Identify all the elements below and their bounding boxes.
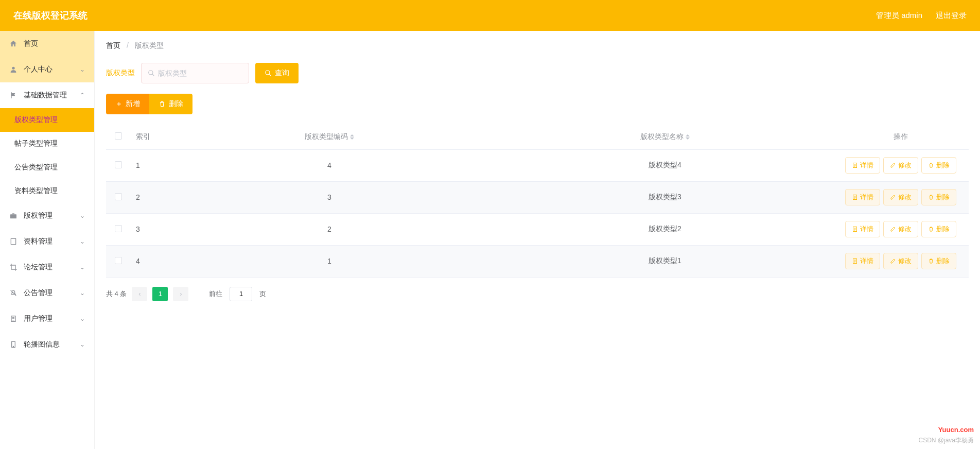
search-icon — [265, 70, 272, 77]
sidebar: 首页 个人中心 ⌄ 基础数据管理 ⌃ 版权类型管理 帖子类型管理 公告类型管理 … — [0, 31, 95, 449]
row-delete-button[interactable]: 删除 — [921, 189, 956, 205]
detail-button[interactable]: 详情 — [845, 221, 880, 237]
sidebar-sub-material-type[interactable]: 资料类型管理 — [0, 179, 94, 203]
table-row: 23版权类型3详情修改删除 — [106, 181, 969, 213]
sidebar-item-home[interactable]: 首页 — [0, 31, 94, 57]
home-icon — [9, 40, 19, 48]
svg-rect-2 — [11, 238, 15, 245]
table-header-row: 索引 版权类型编码 版权类型名称 操作 — [106, 125, 969, 149]
next-page-button[interactable]: › — [173, 287, 188, 301]
sidebar-item-user[interactable]: 用户管理 ⌄ — [0, 306, 94, 332]
user-link[interactable]: 管理员 admin — [876, 11, 922, 21]
sidebar-item-label: 个人中心 — [24, 65, 80, 74]
pagination-total: 共 4 条 — [106, 289, 127, 299]
delete-button[interactable]: 删除 — [149, 94, 192, 114]
clipboard-icon — [9, 315, 19, 323]
sidebar-item-label: 资料管理 — [24, 237, 80, 246]
sidebar-item-label: 用户管理 — [24, 314, 80, 323]
breadcrumb-home[interactable]: 首页 — [106, 41, 120, 49]
search-icon — [148, 70, 155, 77]
detail-button[interactable]: 详情 — [845, 189, 880, 205]
edit-icon — [890, 258, 896, 264]
sort-icon — [350, 134, 354, 140]
sidebar-item-personal[interactable]: 个人中心 ⌄ — [0, 57, 94, 82]
page-number-button[interactable]: 1 — [152, 287, 168, 301]
row-checkbox[interactable] — [115, 193, 122, 200]
sidebar-item-carousel[interactable]: 轮播图信息 ⌄ — [0, 332, 94, 357]
logout-link[interactable]: 退出登录 — [936, 11, 967, 21]
row-checkbox[interactable] — [115, 257, 122, 264]
sidebar-item-material[interactable]: 资料管理 ⌄ — [0, 229, 94, 254]
filter-input-wrapper[interactable] — [141, 63, 249, 83]
mobile-icon — [9, 340, 19, 349]
goto-label-prefix: 前往 — [209, 289, 222, 299]
sidebar-sub-copyright-type[interactable]: 版权类型管理 — [0, 108, 94, 132]
trash-icon — [928, 226, 934, 232]
sidebar-sub-post-type[interactable]: 帖子类型管理 — [0, 132, 94, 156]
row-delete-button[interactable]: 删除 — [921, 221, 956, 237]
edit-icon — [890, 194, 896, 200]
header-ops: 操作 — [833, 125, 969, 149]
chevron-down-icon: ⌄ — [80, 315, 85, 322]
cell-name: 版权类型2 — [497, 213, 833, 245]
cell-index: 1 — [131, 149, 162, 181]
svg-rect-1 — [10, 214, 16, 218]
header-name[interactable]: 版权类型名称 — [497, 125, 833, 149]
svg-point-5 — [13, 346, 13, 347]
button-label: 查询 — [275, 68, 289, 78]
sidebar-item-copyright[interactable]: 版权管理 ⌄ — [0, 203, 94, 229]
cell-code: 3 — [162, 181, 497, 213]
goto-page-input[interactable] — [230, 287, 252, 301]
sidebar-item-label: 资料类型管理 — [14, 186, 58, 196]
cell-index: 4 — [131, 245, 162, 277]
main-content: 首页 / 版权类型 版权类型 查询 ＋ 新增 删除 — [95, 31, 980, 449]
sidebar-item-label: 公告管理 — [24, 288, 80, 298]
svg-point-6 — [149, 71, 153, 75]
chevron-down-icon: ⌄ — [80, 264, 85, 271]
sidebar-item-label: 首页 — [24, 39, 85, 48]
cell-index: 2 — [131, 181, 162, 213]
cell-index: 3 — [131, 213, 162, 245]
edit-button[interactable]: 修改 — [883, 189, 918, 205]
data-table: 索引 版权类型编码 版权类型名称 操作 14版权类型4详情修改删除23版权类型3… — [106, 125, 969, 278]
table-row: 32版权类型2详情修改删除 — [106, 213, 969, 245]
table-row: 41版权类型1详情修改删除 — [106, 245, 969, 277]
edit-button[interactable]: 修改 — [883, 253, 918, 269]
trash-icon — [928, 194, 934, 200]
trash-icon — [928, 162, 934, 168]
row-delete-button[interactable]: 删除 — [921, 253, 956, 269]
document-icon — [852, 162, 858, 168]
button-label: 新增 — [126, 99, 140, 109]
cell-code: 2 — [162, 213, 497, 245]
edit-button[interactable]: 修改 — [883, 157, 918, 174]
header-code[interactable]: 版权类型编码 — [162, 125, 497, 149]
sidebar-item-label: 版权类型管理 — [14, 115, 58, 125]
bell-off-icon — [9, 289, 19, 297]
document-icon — [852, 226, 858, 232]
prev-page-button[interactable]: ‹ — [132, 287, 147, 301]
filter-input[interactable] — [158, 69, 248, 77]
chevron-down-icon: ⌄ — [80, 289, 85, 297]
detail-button[interactable]: 详情 — [845, 253, 880, 269]
sidebar-item-forum[interactable]: 论坛管理 ⌄ — [0, 254, 94, 280]
sidebar-item-basic-data[interactable]: 基础数据管理 ⌃ — [0, 82, 94, 108]
search-button[interactable]: 查询 — [255, 63, 299, 83]
top-header: 在线版权登记系统 管理员 admin 退出登录 — [0, 0, 980, 31]
chevron-up-icon: ⌃ — [80, 92, 85, 99]
row-checkbox[interactable] — [115, 161, 122, 168]
select-all-checkbox[interactable] — [115, 132, 122, 140]
sidebar-sub-notice-type[interactable]: 公告类型管理 — [0, 156, 94, 179]
app-title: 在线版权登记系统 — [13, 9, 87, 22]
edit-button[interactable]: 修改 — [883, 221, 918, 237]
detail-button[interactable]: 详情 — [845, 157, 880, 174]
document-icon — [852, 194, 858, 200]
row-checkbox[interactable] — [115, 225, 122, 232]
add-button[interactable]: ＋ 新增 — [106, 94, 149, 114]
edit-icon — [890, 226, 896, 232]
sidebar-item-label: 基础数据管理 — [24, 91, 80, 100]
sidebar-item-label: 轮播图信息 — [24, 340, 80, 349]
sidebar-item-notice[interactable]: 公告管理 ⌄ — [0, 280, 94, 306]
sidebar-item-label: 论坛管理 — [24, 263, 80, 272]
cell-name: 版权类型4 — [497, 149, 833, 181]
row-delete-button[interactable]: 删除 — [921, 157, 956, 174]
